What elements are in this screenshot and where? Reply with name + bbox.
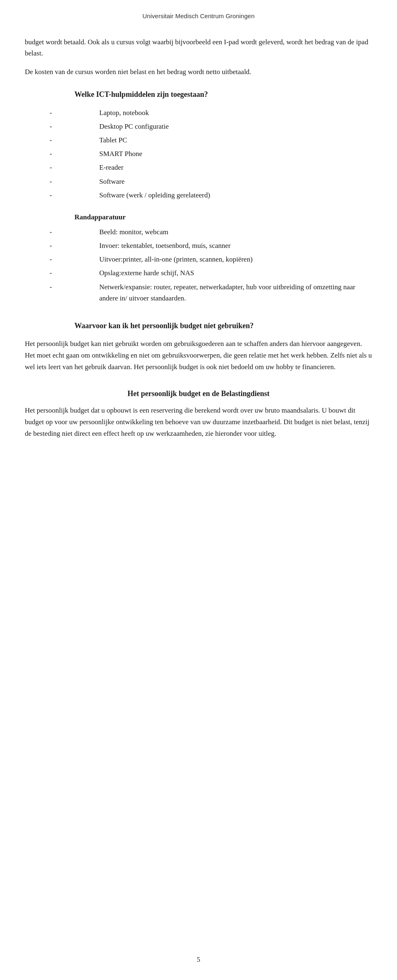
randapparatuur-list: - Beeld: monitor, webcam - Invoer: teken… [25,226,372,304]
section4-paragraph: Het persoonlijk budget dat u opbouwt is … [25,405,372,440]
section4-heading: Het persoonlijk budget en de Belastingdi… [25,389,372,398]
section3-question: Waarvoor kan ik het persoonlijk budget n… [74,320,372,331]
list-dash: - [50,190,62,201]
list-item: - Opslag:externe harde schijf, NAS [25,267,372,279]
list-item: - Uitvoer:printer, all-in-one (printen, … [25,254,372,265]
list-label: SMART Phone [99,148,372,159]
list-dash: - [50,148,62,159]
list-item: - Beeld: monitor, webcam [25,226,372,238]
list-item: - Netwerk/expansie: router, repeater, ne… [25,281,372,304]
list-label: Opslag:externe harde schijf, NAS [99,267,372,279]
page-number: 5 [197,956,200,963]
list-label: Tablet PC [99,135,372,146]
list-item: - Desktop PC configuratie [25,121,372,132]
list-dash: - [50,107,62,118]
ict-list: - Laptop, notebook - Desktop PC configur… [25,107,372,201]
list-label: Laptop, notebook [99,107,372,118]
page-header: Universitair Medisch Centrum Groningen [25,0,372,36]
main-content: budget wordt betaald. Ook als u cursus v… [25,36,372,480]
list-dash: - [50,281,62,304]
section1-heading: Welke ICT-hulpmiddelen zijn toegestaan? [74,90,372,99]
intro-paragraph-2: De kosten van de cursus worden niet bela… [25,66,372,77]
list-item: - Laptop, notebook [25,107,372,118]
list-dash: - [50,176,62,187]
list-label: Beeld: monitor, webcam [99,226,372,238]
list-item: - Tablet PC [25,135,372,146]
list-label: Uitvoer:printer, all-in-one (printen, sc… [99,254,372,265]
list-dash: - [50,254,62,265]
list-dash: - [50,121,62,132]
section3-paragraph: Het persoonlijk budget kan niet gebruikt… [25,338,372,373]
list-label: Netwerk/expansie: router, repeater, netw… [99,281,372,304]
list-dash: - [50,135,62,146]
list-label: E-reader [99,162,372,173]
header-title: Universitair Medisch Centrum Groningen [143,12,255,19]
intro-paragraph-1: budget wordt betaald. Ook als u cursus v… [25,36,372,59]
list-label: Software [99,176,372,187]
list-label: Invoer: tekentablet, toetsenbord, muis, … [99,240,372,251]
list-item: - E-reader [25,162,372,173]
list-dash: - [50,267,62,279]
list-item-software: - Software [25,176,372,187]
list-dash: - [50,240,62,251]
list-item: - Software (werk / opleiding gerelateerd… [25,190,372,201]
list-dash: - [50,162,62,173]
list-item-smart-phone: - SMART Phone [25,148,372,159]
list-item: - Invoer: tekentablet, toetsenbord, muis… [25,240,372,251]
list-dash: - [50,226,62,238]
list-label: Desktop PC configuratie [99,121,372,132]
page-container: Universitair Medisch Centrum Groningen b… [0,0,397,980]
list-label: Software (werk / opleiding gerelateerd) [99,190,372,201]
randapparatuur-heading: Randapparatuur [74,213,372,221]
